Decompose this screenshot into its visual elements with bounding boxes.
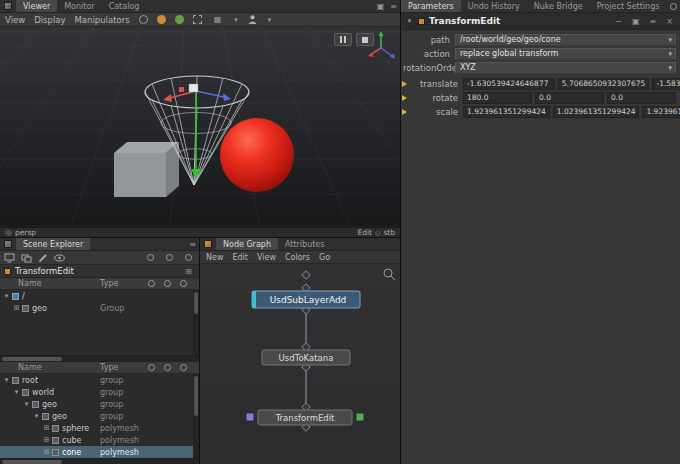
edit-pencil-icon[interactable]	[38, 253, 48, 263]
tab-node-graph[interactable]: Node Graph	[216, 238, 278, 250]
scale-y-field[interactable]: 1.023961351299424	[553, 106, 640, 118]
view-flag[interactable]	[356, 413, 364, 421]
render-column-icon[interactable]	[164, 364, 171, 371]
camera-dropdown-icon[interactable]: ▾	[268, 16, 272, 24]
translate-x-field[interactable]: -1.630539424646877	[463, 78, 555, 90]
pane-menu-icon[interactable]	[4, 240, 12, 248]
viewport-3d[interactable]	[0, 27, 400, 227]
rotation-order-select[interactable]: XYZ ▾	[455, 62, 676, 74]
column-type[interactable]: Type	[100, 363, 118, 372]
expander-icon[interactable]: ▾	[12, 388, 21, 396]
shading-toggle-icon[interactable]	[157, 15, 166, 24]
tab-monitor[interactable]: Monitor	[57, 0, 101, 12]
filter-visible-icon[interactable]	[147, 254, 154, 261]
node-usdsublayeradd[interactable]: UsdSubLayerAdd	[252, 291, 360, 308]
tree-row-root-slash[interactable]: ▾ /	[0, 290, 199, 302]
stb-label[interactable]: stb	[383, 228, 395, 237]
lighting-toggle-icon[interactable]	[139, 15, 148, 24]
grid-mode-icon[interactable]: ▦	[211, 15, 225, 24]
collapse-icon[interactable]: ▾	[405, 17, 414, 25]
tree-row-geo[interactable]: ⊞ geo Group	[0, 302, 199, 314]
keyed-indicator-icon[interactable]	[402, 95, 407, 101]
snap-icon[interactable]: ◇	[375, 229, 380, 237]
pane-menu-icon[interactable]	[204, 240, 212, 248]
filter-render-icon[interactable]	[166, 254, 173, 261]
working-tree-scrollbar[interactable]	[193, 290, 199, 355]
tab-nuke-bridge[interactable]: Nuke Bridge	[527, 0, 590, 12]
expander-icon[interactable]: ▾	[2, 376, 11, 384]
column-name[interactable]: Name	[18, 279, 42, 288]
expander-icon[interactable]: ⊞	[42, 424, 51, 432]
sphere-object[interactable]	[220, 118, 294, 192]
tree-row-geo2[interactable]: ▾ geo group	[0, 410, 199, 422]
edit-flag[interactable]	[246, 413, 254, 421]
tree-row-world[interactable]: ▾ world group	[0, 386, 199, 398]
orientation-gizmo[interactable]	[365, 30, 397, 62]
node-graph-canvas[interactable]: UsdSubLayerAdd UsdToKatana TransformEdit	[200, 264, 400, 464]
pane-options-icon[interactable]: ≡	[186, 240, 199, 249]
tab-scene-explorer[interactable]: Scene Explorer	[16, 238, 90, 250]
live-group-icon[interactable]	[21, 253, 32, 263]
translate-y-field[interactable]: 5.7068650932307675	[558, 78, 650, 90]
tab-catalog[interactable]: Catalog	[102, 0, 147, 12]
pane-menu-icon[interactable]	[4, 2, 12, 10]
dropdown-icon[interactable]: ▾	[668, 50, 672, 58]
edit-node-row[interactable]: TransformEdit ⊞	[0, 265, 199, 278]
viewport-scene[interactable]	[0, 27, 400, 227]
visibility-column-icon[interactable]	[148, 280, 155, 287]
menu-view[interactable]: View	[5, 15, 25, 25]
camera-person-icon[interactable]	[247, 14, 258, 25]
node-usdtokatana[interactable]: UsdToKatana	[262, 350, 350, 365]
expander-icon[interactable]: ▾	[2, 292, 11, 300]
expander-icon[interactable]: ▾	[22, 400, 31, 408]
edit-mode-label[interactable]: Edit	[357, 228, 372, 237]
pane-options-icon[interactable]: ≡	[387, 2, 400, 11]
camera-orbit-icon[interactable]: ◎	[5, 228, 12, 237]
cube-object[interactable]	[114, 142, 179, 197]
action-select[interactable]: replace global transform ▾	[455, 48, 676, 60]
keyed-indicator-icon[interactable]	[402, 109, 407, 115]
maximize-icon[interactable]: ▣	[629, 17, 643, 26]
expander-icon[interactable]: ⊞	[42, 436, 51, 444]
pane-options-icon[interactable]	[670, 3, 677, 10]
translate-z-field[interactable]: -1.5839239476623665	[652, 78, 680, 90]
path-field[interactable]: /root/world/geo/geo/cone ▾	[455, 34, 676, 46]
menu-view[interactable]: View	[257, 253, 276, 262]
scenegraph-hscrollbar[interactable]	[0, 458, 199, 464]
render-column-icon[interactable]	[164, 280, 171, 287]
keyed-indicator-icon[interactable]	[402, 81, 407, 87]
expand-all-icon[interactable]: ⊞	[182, 267, 195, 276]
node-transformedit[interactable]: TransformEdit	[246, 410, 364, 425]
proxy-toggle-icon[interactable]	[175, 15, 184, 24]
tree-row-cube[interactable]: ⊞ cube polymesh	[0, 434, 199, 446]
pin-column-icon[interactable]	[180, 280, 187, 287]
menu-go[interactable]: Go	[319, 253, 330, 262]
filter-lock-icon[interactable]	[185, 254, 192, 261]
tree-row-cone-selected[interactable]: ⊞ cone polymesh	[0, 446, 199, 458]
pin-column-icon[interactable]	[180, 364, 187, 371]
tree-row-root[interactable]: ▾ root group	[0, 374, 199, 386]
magnifier-icon[interactable]	[384, 269, 395, 280]
minimize-icon[interactable]: −	[612, 17, 625, 26]
pane-maximize-icon[interactable]: ▣	[374, 2, 388, 11]
working-tree-hscrollbar[interactable]	[0, 355, 199, 362]
monitor-icon[interactable]	[4, 253, 15, 263]
visibility-column-icon[interactable]	[148, 364, 155, 371]
scale-z-field[interactable]: 1.923961351299424	[642, 106, 680, 118]
tab-attributes[interactable]: Attributes	[278, 238, 332, 250]
expander-icon[interactable]: ▾	[32, 412, 41, 420]
menu-colors[interactable]: Colors	[285, 253, 310, 262]
dropdown-icon[interactable]: ▾	[668, 64, 672, 72]
tab-project-settings[interactable]: Project Settings	[590, 0, 667, 12]
pause-button[interactable]	[334, 33, 352, 46]
close-icon[interactable]: ×	[663, 17, 676, 26]
expander-icon[interactable]: ⊞	[12, 304, 21, 312]
tab-parameters[interactable]: Parameters	[401, 0, 461, 12]
eye-icon[interactable]	[54, 254, 65, 262]
options-icon[interactable]: ≡	[647, 17, 660, 26]
tree-row-geo[interactable]: ▾ geo group	[0, 398, 199, 410]
rotate-x-field[interactable]: 180.0	[463, 92, 532, 104]
tab-viewer[interactable]: Viewer	[16, 0, 57, 12]
tab-undo-history[interactable]: Undo History	[461, 0, 527, 12]
column-type[interactable]: Type	[100, 279, 118, 288]
